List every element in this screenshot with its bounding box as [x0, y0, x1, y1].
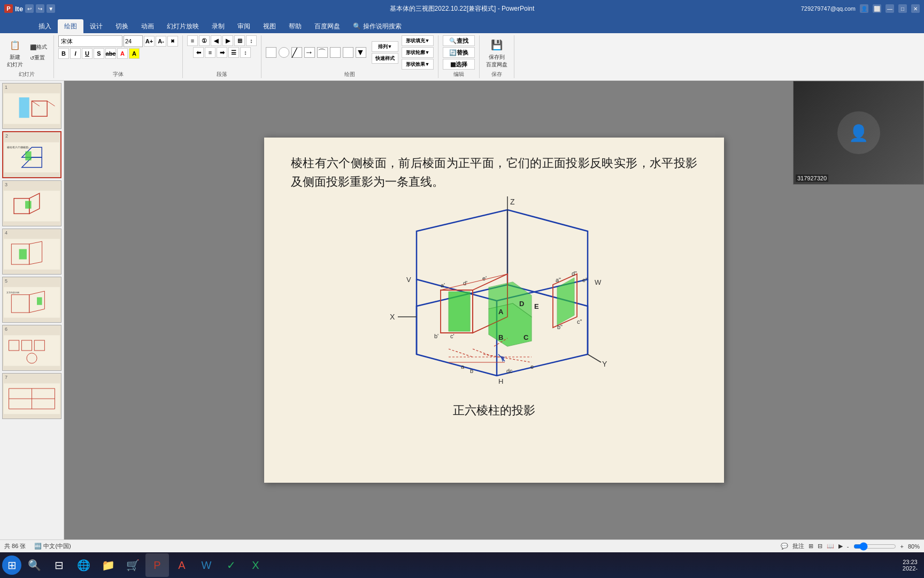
italic-button[interactable]: I	[70, 48, 81, 59]
find-button[interactable]: 🔍 查找	[443, 35, 475, 46]
maximize-icon[interactable]: □	[898, 4, 907, 13]
align-center-button[interactable]: ≡	[205, 47, 215, 58]
slide-thumb-3[interactable]: 3	[2, 180, 61, 226]
tab-slideshow[interactable]: 幻灯片放映	[160, 19, 205, 33]
shape-rect[interactable]	[266, 47, 276, 58]
tab-animations[interactable]: 动画	[135, 19, 160, 33]
new-slide-button[interactable]: 📋 新建 幻灯片	[4, 35, 26, 70]
align-left-button[interactable]: ⬅	[193, 47, 204, 58]
slide-num-4: 4	[4, 230, 60, 235]
search-button[interactable]: 🔍	[22, 553, 46, 577]
comment-label[interactable]: 批注	[792, 542, 804, 550]
strikethrough-button[interactable]: abc	[105, 48, 116, 59]
slide-thumb-4[interactable]: 4	[2, 229, 61, 275]
justify-button[interactable]: ☰	[228, 47, 239, 58]
zoom-slider[interactable]	[853, 542, 896, 551]
shape-effect-button[interactable]: 形状效果▼	[402, 59, 434, 70]
powerpoint-button[interactable]: P	[145, 553, 169, 577]
bullets-button[interactable]: ≡	[187, 35, 198, 46]
start-button[interactable]: ⊞	[2, 556, 21, 575]
tab-transitions[interactable]: 切换	[109, 19, 135, 33]
slide-thumb-1[interactable]: 1	[2, 83, 61, 129]
slide-panel[interactable]: 1 2 棱柱有六个侧棱面...	[0, 81, 64, 539]
slide-img-1	[4, 90, 60, 127]
shape-arrow[interactable]: →	[304, 47, 315, 58]
shadow-button[interactable]: S	[94, 48, 104, 59]
columns-button[interactable]: ⊞	[234, 35, 245, 46]
select-button[interactable]: ▦ 选择	[443, 59, 475, 70]
numbering-button[interactable]: ①	[199, 35, 210, 46]
close-icon[interactable]: ✕	[911, 4, 920, 13]
slide-thumb-6[interactable]: 6	[2, 325, 61, 371]
svg-text:a": a"	[556, 277, 561, 283]
autocad-button[interactable]: A	[170, 553, 194, 577]
undo-icon[interactable]: ↩	[25, 4, 34, 13]
save-baidu-button[interactable]: 💾 保存到 百度网盘	[484, 35, 510, 70]
shape-extra1[interactable]	[330, 47, 341, 58]
account-icon[interactable]: 👤	[860, 4, 868, 13]
font-color-button[interactable]: A	[117, 48, 128, 59]
font-name-input[interactable]	[58, 35, 122, 47]
slide-sorter-icon[interactable]: ⊟	[818, 543, 822, 550]
font-size-input[interactable]	[124, 35, 143, 47]
highlight-button[interactable]: A	[129, 48, 140, 59]
edge-button[interactable]: 🌐	[72, 553, 95, 577]
shape-extra2[interactable]	[343, 47, 353, 58]
align-right-button[interactable]: ➡	[217, 47, 227, 58]
underline-button[interactable]: U	[82, 48, 93, 59]
shape-circle[interactable]	[279, 47, 289, 58]
todo-button[interactable]: ✓	[219, 553, 243, 577]
slideshow-icon[interactable]: ▶	[838, 543, 843, 550]
bold-button[interactable]: B	[58, 48, 69, 59]
taskview-button[interactable]: ⊟	[47, 553, 71, 577]
shape-line[interactable]: ╱	[291, 47, 302, 58]
shape-fill-button[interactable]: 形状填充▼	[402, 35, 434, 46]
tab-help[interactable]: 帮助	[282, 19, 308, 33]
group-slide: 📋 新建 幻灯片 ⬛ 格式 ↺ 重置 幻灯片	[0, 35, 54, 78]
decrease-indent-button[interactable]: ◀	[211, 35, 221, 46]
zoom-out-icon[interactable]: -	[847, 543, 849, 550]
shape-freeform[interactable]: ⌒	[317, 47, 328, 58]
normal-view-icon[interactable]: ⊞	[808, 543, 813, 550]
tab-baidu[interactable]: 百度网盘	[308, 19, 346, 33]
line-spacing-button[interactable]: ↕	[240, 47, 251, 58]
reset-button[interactable]: ↺ 重置	[28, 53, 49, 63]
shapes-more[interactable]: ▼	[356, 47, 366, 58]
tab-design[interactable]: 设计	[83, 19, 109, 33]
tab-record[interactable]: 录制	[205, 19, 231, 33]
replace-button[interactable]: 🔄 替换	[443, 47, 475, 58]
clear-format-button[interactable]: ✖	[167, 36, 178, 47]
tab-draw[interactable]: 绘图	[58, 19, 83, 33]
restore-icon[interactable]: ⬜	[873, 4, 881, 13]
more-icon[interactable]: ▼	[47, 4, 55, 13]
tab-review[interactable]: 审阅	[231, 19, 257, 33]
arrange-button[interactable]: 排列▼	[372, 41, 398, 52]
user-account[interactable]: 729279747@qq.com	[801, 5, 856, 12]
redo-icon[interactable]: ↪	[36, 4, 44, 13]
increase-indent-button[interactable]: ▶	[222, 35, 233, 46]
slide-thumb-2[interactable]: 2 棱柱有六个侧棱面...	[2, 131, 61, 178]
word-button[interactable]: W	[195, 553, 218, 577]
zoom-in-icon[interactable]: +	[900, 543, 904, 550]
shape-outline-button[interactable]: 形状轮廓▼	[402, 47, 434, 58]
text-dir-button[interactable]: ↕	[246, 35, 257, 46]
excel-button[interactable]: X	[244, 553, 267, 577]
font-decrease-button[interactable]: A-	[156, 36, 166, 47]
tab-insert[interactable]: 插入	[32, 19, 58, 33]
slide-canvas: 棱柱有六个侧棱面，前后棱面为正平面，它们的正面投影反映实形，水平投影及侧面投影重…	[264, 138, 724, 483]
tab-view[interactable]: 视图	[257, 19, 282, 33]
quick-styles-button[interactable]: 快速样式	[372, 53, 398, 64]
font-increase-button[interactable]: A+	[144, 36, 155, 47]
tab-search[interactable]: 🔍 操作说明搜索	[346, 19, 408, 33]
group-font-content: A+ A- ✖ B I U S abc A A	[58, 35, 178, 70]
reading-view-icon[interactable]: 📖	[827, 543, 834, 550]
slide-num-3: 3	[4, 182, 60, 187]
comment-icon[interactable]: 💬	[781, 543, 788, 550]
svg-text:a': a'	[441, 282, 445, 288]
fileexplorer-button[interactable]: 📁	[96, 553, 120, 577]
slide-thumb-5[interactable]: 5 文字内容示例	[2, 277, 61, 323]
store-button[interactable]: 🛒	[121, 553, 144, 577]
minimize-icon[interactable]: —	[886, 4, 894, 13]
format-button[interactable]: ⬛ 格式	[28, 42, 49, 52]
slide-thumb-7[interactable]: 7	[2, 373, 61, 419]
